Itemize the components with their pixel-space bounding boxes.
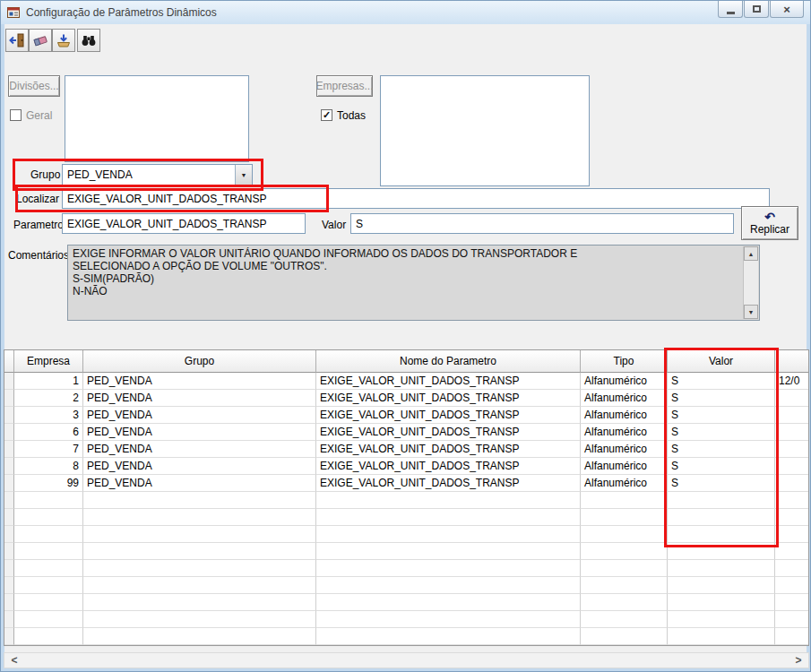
- table-row[interactable]: 3PED_VENDAEXIGE_VALOR_UNIT_DADOS_TRANSPA…: [4, 407, 808, 424]
- col-header-empresa[interactable]: Empresa: [14, 350, 83, 373]
- todas-label: Todas: [337, 109, 366, 122]
- col-header-valor[interactable]: Valor: [668, 350, 775, 373]
- row-indicator-cell: [4, 526, 14, 543]
- cell-grupo: PED_VENDA: [83, 424, 316, 441]
- cell-extra: [775, 526, 808, 543]
- parametro-input[interactable]: [62, 213, 306, 234]
- maximize-button[interactable]: [744, 1, 769, 18]
- table-row[interactable]: [4, 628, 808, 645]
- empresas-button-label: Empresas...: [315, 80, 373, 92]
- cell-grupo: PED_VENDA: [83, 458, 316, 475]
- divisions-listbox[interactable]: [65, 75, 249, 162]
- cell-empresa: 8: [14, 458, 83, 475]
- localizar-input[interactable]: [62, 188, 770, 209]
- cell-empresa: [14, 526, 83, 543]
- row-indicator-cell: [4, 577, 14, 594]
- table-row[interactable]: [4, 594, 808, 611]
- valor-input[interactable]: [350, 213, 734, 234]
- col-header-grupo[interactable]: Grupo: [83, 350, 316, 373]
- cell-tipo: Alfanumérico: [581, 424, 668, 441]
- scroll-up-button[interactable]: ▲: [744, 246, 758, 261]
- companies-listbox[interactable]: [380, 75, 590, 186]
- check-icon: ✓: [323, 110, 331, 120]
- comentarios-text: EXIGE INFORMAR O VALOR UNITÁRIO QUANDO I…: [73, 247, 738, 318]
- close-icon: ×: [783, 3, 790, 16]
- cell-valor: [668, 560, 775, 577]
- table-row[interactable]: [4, 526, 808, 543]
- geral-checkbox[interactable]: [10, 109, 22, 121]
- cell-extra: [775, 424, 808, 441]
- binoculars-icon: [81, 32, 97, 48]
- divisoes-button[interactable]: Divisões...: [8, 75, 60, 97]
- row-indicator-cell: [4, 441, 14, 458]
- todas-checkbox[interactable]: ✓: [321, 109, 332, 121]
- cell-grupo: PED_VENDA: [83, 373, 316, 390]
- cell-nome: [316, 526, 581, 543]
- row-indicator-cell: [4, 594, 14, 611]
- import-button[interactable]: [52, 29, 75, 52]
- cell-empresa: [14, 509, 83, 526]
- table-row[interactable]: [4, 611, 808, 628]
- row-indicator-cell: [4, 475, 14, 492]
- scroll-down-button[interactable]: ▼: [744, 305, 758, 319]
- grupo-combobox[interactable]: PED_VENDA ▼: [62, 164, 253, 185]
- table-row[interactable]: 7PED_VENDAEXIGE_VALOR_UNIT_DADOS_TRANSPA…: [4, 441, 808, 458]
- cell-tipo: [581, 526, 668, 543]
- table-row[interactable]: 2PED_VENDAEXIGE_VALOR_UNIT_DADOS_TRANSPA…: [4, 390, 808, 407]
- minimize-button[interactable]: [718, 1, 743, 18]
- cell-nome: [316, 543, 581, 560]
- table-row[interactable]: [4, 543, 808, 560]
- scroll-left-icon: <: [11, 654, 17, 667]
- cell-grupo: PED_VENDA: [83, 407, 316, 424]
- cell-tipo: [581, 543, 668, 560]
- localizar-label: Localizar: [16, 193, 59, 205]
- cell-valor: [668, 594, 775, 611]
- col-header-tipo[interactable]: Tipo: [581, 350, 668, 373]
- horizontal-scrollbar[interactable]: < >: [4, 652, 809, 668]
- cell-empresa: 3: [14, 407, 83, 424]
- cell-empresa: [14, 611, 83, 628]
- cell-nome: [316, 509, 581, 526]
- cell-grupo: [83, 560, 316, 577]
- scroll-right-button[interactable]: >: [790, 653, 807, 668]
- table-row[interactable]: [4, 509, 808, 526]
- table-row[interactable]: 8PED_VENDAEXIGE_VALOR_UNIT_DADOS_TRANSPA…: [4, 458, 808, 475]
- cell-empresa: 2: [14, 390, 83, 407]
- cell-valor: [668, 526, 775, 543]
- cell-grupo: [83, 492, 316, 509]
- app-icon: [7, 6, 21, 20]
- replicar-button[interactable]: ↶ Replicar: [741, 206, 798, 240]
- cell-nome: EXIGE_VALOR_UNIT_DADOS_TRANSP: [316, 407, 581, 424]
- table-row[interactable]: [4, 492, 808, 509]
- table-row[interactable]: 6PED_VENDAEXIGE_VALOR_UNIT_DADOS_TRANSPA…: [4, 424, 808, 441]
- titlebar: Configuração de Parâmetros Dinâmicos: [1, 1, 810, 24]
- table-row[interactable]: [4, 577, 808, 594]
- col-header-extra: [775, 350, 808, 373]
- scroll-left-button[interactable]: <: [6, 653, 22, 668]
- cell-grupo: [83, 628, 316, 645]
- chevron-down-icon[interactable]: ▼: [235, 165, 252, 185]
- table-row[interactable]: 1PED_VENDAEXIGE_VALOR_UNIT_DADOS_TRANSPA…: [4, 373, 808, 390]
- empresas-button[interactable]: Empresas...: [316, 75, 373, 97]
- app-window: Configuração de Parâmetros Dinâmicos ×: [0, 0, 811, 672]
- memo-scrollbar[interactable]: ▲ ▼: [743, 246, 758, 319]
- col-header-nome-do-parametro[interactable]: Nome do Parametro: [316, 350, 581, 373]
- close-button[interactable]: ×: [770, 1, 804, 18]
- clear-button[interactable]: [29, 29, 52, 52]
- search-button[interactable]: [77, 29, 100, 52]
- table-row[interactable]: 99PED_VENDAEXIGE_VALOR_UNIT_DADOS_TRANSP…: [4, 475, 808, 492]
- table-row[interactable]: [4, 560, 808, 577]
- cell-empresa: 1: [14, 373, 83, 390]
- cell-extra: [775, 509, 808, 526]
- cell-nome: [316, 611, 581, 628]
- cell-empresa: 6: [14, 424, 83, 441]
- exit-button[interactable]: [5, 29, 29, 52]
- cell-extra: [775, 560, 808, 577]
- comentarios-memo[interactable]: EXIGE INFORMAR O VALOR UNITÁRIO QUANDO I…: [67, 245, 760, 321]
- window-title: Configuração de Parâmetros Dinâmicos: [26, 6, 217, 19]
- grupo-label: Grupo: [30, 168, 60, 181]
- cell-nome: EXIGE_VALOR_UNIT_DADOS_TRANSP: [316, 390, 581, 407]
- cell-tipo: Alfanumérico: [581, 407, 668, 424]
- cell-extra: [775, 458, 808, 475]
- cell-valor: [668, 492, 775, 509]
